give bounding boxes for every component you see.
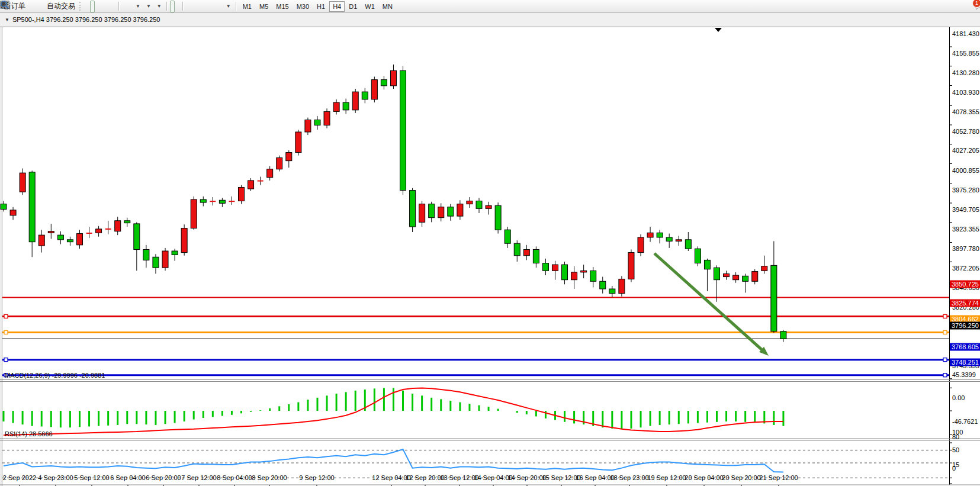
trendline-button[interactable] [197,1,201,12]
tile-windows-button[interactable] [111,1,116,12]
macd-indicator-label: MACD(12,26,9) -29.9996 -20.9881 [5,372,105,379]
cursor-button[interactable] [170,1,175,12]
time-axis-label: 2 Sep 2022 [3,474,36,481]
auto-scroll-button[interactable] [122,1,127,12]
toolbar-separator [166,2,168,11]
vertical-line-button[interactable] [186,1,191,12]
chevron-down-icon: ▼ [136,4,140,9]
rsi-pane [2,449,949,478]
tab-timeframe-D1[interactable]: D1 [345,1,361,12]
periods-button[interactable]: ▼ [143,1,153,12]
time-axis-label: 4 Sep 23:00 [38,474,73,481]
time-axis-label: 7 Sep 12:00 [181,474,216,481]
timeframe-group: M1M5M15M30H1H4D1W1MN [239,1,396,12]
current-price-label: 3796.250 [950,322,980,330]
tab-timeframe-M30[interactable]: M30 [293,1,313,12]
price-line-label[interactable]: 3748.251 [950,358,980,366]
annotation-arrow[interactable] [654,253,764,352]
chart-line-button[interactable] [95,1,100,12]
price-lines[interactable] [2,297,949,376]
time-axis-label: 6 Sep 04:00 [110,474,145,481]
time-axis-label: 9 Sep 12:00 [299,474,334,481]
arrows-button[interactable]: ▼ [223,1,233,12]
notification-badge: 1 [972,0,980,8]
tab-timeframe-MN[interactable]: MN [379,1,396,12]
chart-shift-marker[interactable] [715,28,722,32]
text-button[interactable]: A [213,1,217,12]
macd-tick-label: 45.3399 [952,371,976,378]
price-tick-label: 4155.855 [952,50,979,57]
toolbar-grip [79,2,83,11]
price-tick-label: 4027.205 [952,147,979,154]
chart-title: SP500-,H4 3796.250 3796.250 3796.250 379… [12,16,160,23]
chevron-down-icon: ▼ [146,4,151,9]
tab-timeframe-M15[interactable]: M15 [272,1,292,12]
zoom-out-button[interactable] [106,1,111,12]
autotrade-label: 自动交易 [47,1,75,11]
time-axis-label: 14 Sep 04:00 [474,474,512,481]
time-axis-label: 6 Sep 20:00 [146,474,181,481]
chat-button[interactable]: 1 [973,1,978,12]
equidistant-channel-button[interactable]: E [202,1,207,12]
chart-shift-button[interactable] [127,1,132,12]
autotrade-button[interactable]: a 自动交易 [44,1,78,12]
add-indicator-button[interactable]: ▼ [133,1,143,12]
time-axis-label: 20 Sep 20:00 [722,474,760,481]
main-toolbar: 新订单 a 自动交易 ▼ ▼ [0,0,980,13]
price-line-label[interactable]: 3825.774 [950,300,980,307]
chevron-down-icon: ▼ [5,17,9,22]
tab-timeframe-M5[interactable]: M5 [256,1,272,12]
time-axis-label: 18 Sep 23:00 [610,474,648,481]
time-axis-label: 14 Sep 20:00 [507,474,546,481]
macd-pane [4,388,783,436]
text-label-button[interactable]: T [218,1,223,12]
price-line-label[interactable]: 3768.605 [950,343,980,350]
time-axis-label: 8 Sep 20:00 [252,474,287,481]
time-axis-label: 15 Sep 12:00 [542,474,580,481]
time-axis-label: 16 Sep 04:00 [576,474,614,481]
chart-bars-button[interactable] [85,1,89,12]
mql5-diamond-button[interactable] [28,1,33,12]
candlestick-series [1,65,786,342]
macd-tick-label: -46.7621 [952,418,978,425]
price-tick-label: 4000.855 [952,167,979,174]
tab-timeframe-H1[interactable]: H1 [313,1,329,12]
toolbar-separator [182,2,184,11]
tab-timeframe-W1[interactable]: W1 [361,1,378,12]
toolbar-separator [118,2,120,11]
time-axis-label: 19 Sep 12:00 [647,474,686,481]
time-axis-label: 12 Sep 20:00 [406,474,444,481]
price-tick-label: 4181.430 [952,30,979,37]
price-tick-label: 4130.280 [952,69,979,76]
price-tick-label: 3872.205 [952,265,979,272]
new-order-button[interactable]: 新订单 [2,1,28,12]
price-tick-label: 3975.280 [952,186,979,194]
chart-window[interactable] [0,13,980,486]
toolbar-separator [236,2,237,11]
chevron-down-icon: ▼ [226,4,231,9]
chart-candlestick-button[interactable] [90,1,95,12]
time-axis-label: 13 Sep 12:00 [440,474,478,481]
price-tick-label: 3923.355 [952,226,979,233]
template-button[interactable]: ▼ [154,1,164,12]
crosshair-button[interactable] [175,1,180,12]
community-button[interactable] [34,1,38,12]
price-tick-label: 3949.705 [952,206,979,213]
chart-title-bar[interactable]: ▼ SP500-,H4 3796.250 3796.250 3796.250 3… [5,16,160,23]
macd-tick-label: 0.00 [952,394,965,401]
price-tick-label: 3897.780 [952,245,979,252]
zoom-in-button[interactable] [101,1,105,12]
price-line-label[interactable]: 3850.725 [950,281,980,288]
signals-button[interactable] [39,1,44,12]
rsi-indicator-label: RSI(14) 28.5666 [5,430,53,437]
time-axis-label: 20 Sep 04:00 [685,474,723,481]
tab-timeframe-H4[interactable]: H4 [329,1,345,12]
fibonacci-button[interactable]: F [207,1,212,12]
time-axis-label: 21 Sep 12:00 [759,474,798,481]
time-axis-label: 12 Sep 04:00 [372,474,410,481]
time-axis-label: 5 Sep 12:00 [74,474,109,481]
tab-timeframe-M1[interactable]: M1 [239,1,255,12]
rsi-tick-label: 80 [952,433,959,440]
rsi-tick-label: 50 [952,446,959,453]
horizontal-line-button[interactable] [191,1,196,12]
